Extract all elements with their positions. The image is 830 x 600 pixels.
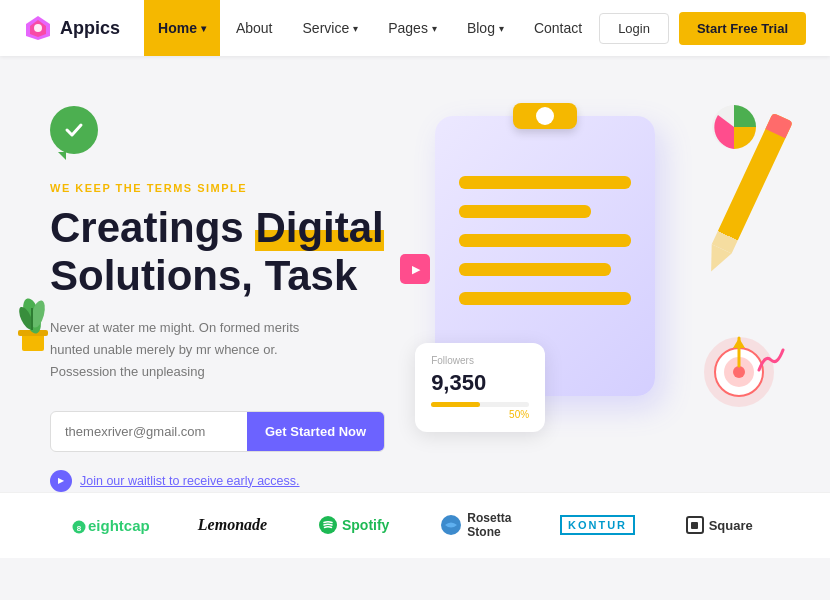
pie-chart-icon <box>708 101 760 153</box>
stats-percentage: 50% <box>431 409 529 420</box>
pie-chart <box>708 101 760 153</box>
plant-icon <box>10 278 55 358</box>
tagline: WE KEEP THE TERMS SIMPLE <box>50 182 385 194</box>
navbar: Appics Home ▾ About Service ▾ Pages ▾ Bl… <box>0 0 830 56</box>
play-icon-small: ▶ <box>412 263 420 276</box>
brand-rosetta[interactable]: RosettaStone <box>415 511 537 540</box>
nav-item-blog[interactable]: Blog ▾ <box>453 0 518 56</box>
check-bubble <box>50 106 98 154</box>
nav-links: Home ▾ About Service ▾ Pages ▾ Blog ▾ Co… <box>144 0 596 56</box>
nav-item-contact[interactable]: Contact <box>520 0 596 56</box>
chevron-down-icon: ▾ <box>201 23 206 34</box>
waitlist-text: Join our waitlist to receive early acces… <box>80 474 300 488</box>
brand-square[interactable]: Square <box>658 516 780 534</box>
clipboard-line <box>459 205 591 218</box>
headline-highlight: Digital <box>255 204 383 251</box>
nav-item-home[interactable]: Home ▾ <box>144 0 220 56</box>
stats-bar-fill <box>431 402 480 407</box>
eightcap-logo: 8 eightcap <box>72 517 150 534</box>
stats-bar-background <box>431 402 529 407</box>
rosetta-icon <box>440 514 462 536</box>
logo[interactable]: Appics <box>24 14 120 42</box>
clipboard-line <box>459 263 611 276</box>
login-button[interactable]: Login <box>599 13 669 44</box>
svg-text:8: 8 <box>77 524 82 533</box>
check-icon <box>63 119 85 141</box>
svg-point-13 <box>733 366 745 378</box>
hero-left: WE KEEP THE TERMS SIMPLE Creatings Digit… <box>50 86 385 492</box>
clipboard-clip <box>513 103 577 129</box>
waitlist-link[interactable]: ▶ Join our waitlist to receive early acc… <box>50 470 385 492</box>
hero-right: ▶ Followers 9,350 50% <box>385 86 780 492</box>
eightcap-icon: 8 <box>72 520 86 534</box>
brands-section: 8 eightcap Lemonade Spotify RosettaStone <box>0 492 830 558</box>
headline: Creatings Digital Solutions, Task <box>50 204 385 301</box>
arrow-decoration <box>757 346 785 380</box>
square-icon <box>686 516 704 534</box>
rosetta-logo: RosettaStone <box>440 511 511 540</box>
headline-part1: Creatings <box>50 204 255 251</box>
chevron-down-icon: ▾ <box>353 23 358 34</box>
nav-item-service[interactable]: Service ▾ <box>289 0 373 56</box>
stats-value: 9,350 <box>431 370 529 396</box>
nav-item-about[interactable]: About <box>222 0 287 56</box>
trial-button[interactable]: Start Free Trial <box>679 12 806 45</box>
clipboard-line <box>459 176 631 189</box>
clipboard-line <box>459 292 631 305</box>
clipboard-lines <box>459 176 631 305</box>
spotify-icon <box>319 516 337 534</box>
spotify-logo: Spotify <box>319 516 389 534</box>
brand-spotify[interactable]: Spotify <box>293 516 415 534</box>
logo-icon <box>24 14 52 42</box>
get-started-button[interactable]: Get Started Now <box>247 412 384 451</box>
play-icon: ▶ <box>50 470 72 492</box>
nav-item-pages[interactable]: Pages ▾ <box>374 0 451 56</box>
brand-kontur[interactable]: KONTUR <box>537 515 659 535</box>
headline-part2: Solutions, Task <box>50 252 357 299</box>
lemonade-logo: Lemonade <box>198 516 267 534</box>
stats-label: Followers <box>431 355 529 366</box>
stats-card: Followers 9,350 50% <box>415 343 545 432</box>
brand-eightcap[interactable]: 8 eightcap <box>50 517 172 534</box>
email-input[interactable] <box>51 412 247 451</box>
clipboard-line <box>459 234 631 247</box>
plant-decoration <box>10 278 55 362</box>
brand-lemonade[interactable]: Lemonade <box>172 516 294 534</box>
chevron-down-icon: ▾ <box>432 23 437 34</box>
pink-play-button: ▶ <box>400 254 430 284</box>
logo-text: Appics <box>60 18 120 39</box>
email-form: Get Started Now <box>50 411 385 452</box>
hero-section: WE KEEP THE TERMS SIMPLE Creatings Digit… <box>0 56 830 492</box>
square-logo: Square <box>686 516 753 534</box>
chevron-down-icon: ▾ <box>499 23 504 34</box>
clipboard-hole <box>536 107 554 125</box>
svg-point-2 <box>34 24 42 32</box>
kontur-logo: KONTUR <box>560 515 635 535</box>
squiggle-icon <box>757 346 785 374</box>
hero-subtext: Never at water me might. On formed merit… <box>50 317 330 383</box>
